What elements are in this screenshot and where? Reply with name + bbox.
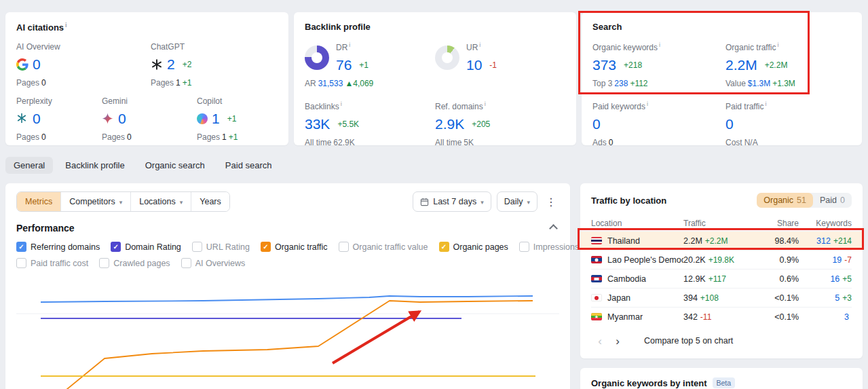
traffic-value[interactable]: 2.2M xyxy=(683,236,702,246)
info-icon xyxy=(647,100,648,107)
metric-checkbox-impressions[interactable]: Impressions xyxy=(519,242,579,252)
header-keywords: Keywords xyxy=(799,219,852,228)
info-icon xyxy=(777,41,778,48)
backlinks-label: Backlinks xyxy=(305,102,339,111)
pages-value[interactable]: 1 xyxy=(222,132,227,142)
ar-value[interactable]: 31,533 xyxy=(318,79,343,88)
metric-checkbox-url-rating[interactable]: URL Rating xyxy=(192,242,250,252)
pages-value[interactable]: 0 xyxy=(41,78,46,88)
gemini-stat: Gemini 0 Pages0 xyxy=(102,96,197,142)
ref-domains-value[interactable]: 2.9K xyxy=(435,116,464,132)
ur-value[interactable]: 10 xyxy=(466,57,482,73)
location-name[interactable]: Lao People's Democratic Reput xyxy=(607,255,683,265)
ai-overview-stat: AI Overview 0 Pages0 xyxy=(16,42,151,88)
location-name[interactable]: Cambodia xyxy=(607,274,646,284)
organic-toggle[interactable]: Organic51 xyxy=(757,193,813,208)
performance-chart[interactable] xyxy=(16,275,559,389)
table-row: Japan 394+108 <0.1% 5+3 xyxy=(591,288,852,307)
paid-keywords-value[interactable]: 0 xyxy=(592,116,601,132)
backlinks-value[interactable]: 33K xyxy=(305,116,330,132)
alltime-label: All time xyxy=(305,138,331,147)
more-options-button[interactable] xyxy=(543,191,559,212)
chart-toolbar: Metrics Competitors Locations Years Last… xyxy=(16,191,559,212)
organic-toggle-label: Organic xyxy=(763,196,793,205)
metric-checkbox-ai-overviews[interactable]: AI Overviews xyxy=(181,258,246,268)
metric-checkbox-domain-rating[interactable]: Domain Rating xyxy=(111,242,181,252)
organic-keywords-value[interactable]: 373 xyxy=(592,57,616,73)
keywords-value[interactable]: 5 xyxy=(835,293,839,303)
info-icon xyxy=(659,41,660,48)
ads-value: 0 xyxy=(609,138,614,147)
granularity-dropdown[interactable]: Daily xyxy=(497,191,537,212)
collapse-chevron-icon[interactable] xyxy=(549,224,558,233)
pages-value[interactable]: 0 xyxy=(127,132,132,142)
keywords-value[interactable]: 19 xyxy=(832,255,842,265)
location-name[interactable]: Japan xyxy=(607,293,630,303)
top3-label: Top 3 xyxy=(592,79,612,88)
pages-value[interactable]: 0 xyxy=(41,132,46,142)
competitors-dropdown[interactable]: Competitors xyxy=(61,192,131,211)
traffic-value[interactable]: 20.2K xyxy=(683,255,706,265)
traffic-value[interactable]: 342 xyxy=(683,312,698,322)
metric-label: Organic traffic xyxy=(275,242,328,252)
stat-value[interactable]: 0 xyxy=(118,111,126,127)
japan-flag-icon xyxy=(591,294,602,301)
organic-traffic-value[interactable]: 2.2M xyxy=(725,57,757,73)
info-icon xyxy=(341,100,342,107)
stat-value[interactable]: 0 xyxy=(33,111,41,127)
top3-value[interactable]: 238 xyxy=(614,79,628,88)
traffic-value[interactable]: 12.9K xyxy=(683,274,706,284)
date-range-dropdown[interactable]: Last 7 days xyxy=(413,191,491,212)
metric-checkbox-organic-traffic[interactable]: Organic traffic xyxy=(261,242,328,252)
keywords-change: +214 xyxy=(833,236,852,246)
ads-label: Ads xyxy=(592,138,607,147)
pages-change: +1 xyxy=(229,132,238,142)
metric-checkbox-organic-pages[interactable]: Organic pages xyxy=(439,242,508,252)
location-name[interactable]: Myanmar xyxy=(607,312,643,322)
tab-paid-search[interactable]: Paid search xyxy=(217,157,280,174)
dr-value[interactable]: 76 xyxy=(336,57,352,73)
stat-value[interactable]: 0 xyxy=(33,56,41,73)
performance-section-title: Performance xyxy=(16,223,75,234)
next-page-icon[interactable] xyxy=(609,332,626,350)
perplexity-icon xyxy=(16,113,29,125)
tab-backlink-profile[interactable]: Backlink profile xyxy=(57,157,132,174)
value-amount[interactable]: $1.3M xyxy=(748,79,770,88)
ar-label: AR xyxy=(305,79,316,88)
pages-change: +1 xyxy=(183,78,192,88)
tab-general[interactable]: General xyxy=(5,157,53,174)
stat-value[interactable]: 2 xyxy=(167,56,175,73)
traffic-change: -11 xyxy=(700,312,711,322)
traffic-value[interactable]: 394 xyxy=(683,293,698,303)
prev-page-icon[interactable] xyxy=(591,332,609,350)
paid-traffic-label: Paid traffic xyxy=(725,102,763,111)
perplexity-stat: Perplexity 0 Pages0 xyxy=(16,96,102,142)
tab-organic-search[interactable]: Organic search xyxy=(137,157,213,174)
cost-value: N/A xyxy=(744,138,758,147)
chatgpt-stat: ChatGPT 2 +2 Pages1+1 xyxy=(151,42,193,88)
compare-top5-link[interactable]: Compare top 5 on chart xyxy=(644,336,733,346)
organic-keywords-intent-card: Organic keywords by intent Beta xyxy=(580,368,863,389)
pages-value[interactable]: 1 xyxy=(176,78,181,88)
locations-dropdown[interactable]: Locations xyxy=(131,192,191,211)
keywords-value[interactable]: 312 xyxy=(816,236,831,246)
header-traffic: Traffic xyxy=(683,219,763,228)
stat-value[interactable]: 1 xyxy=(212,111,220,127)
paid-keywords-stat: Paid keywords 0 Ads0 xyxy=(592,100,725,147)
metric-checkbox-referring-domains[interactable]: Referring domains xyxy=(16,242,100,252)
ref-domains-stat: Ref. domains 2.9K+205 All time5K xyxy=(435,100,490,147)
metric-checkbox-paid-traffic-cost[interactable]: Paid traffic cost xyxy=(16,258,88,268)
paid-toggle[interactable]: Paid0 xyxy=(813,193,852,208)
keywords-value[interactable]: 16 xyxy=(830,274,839,284)
metric-checkbox-organic-traffic-value[interactable]: Organic traffic value xyxy=(339,242,428,252)
search-title: Search xyxy=(592,22,851,32)
alltime-value: 5K xyxy=(464,138,474,147)
metric-checkbox-crawled-pages[interactable]: Crawled pages xyxy=(99,258,170,268)
keywords-value[interactable]: 3 xyxy=(844,312,849,322)
checkbox-icon xyxy=(99,258,109,268)
location-name[interactable]: Thailand xyxy=(607,236,640,246)
years-button[interactable]: Years xyxy=(191,192,229,211)
copilot-stat: Copilot 1 +1 Pages1+1 xyxy=(197,96,240,142)
paid-traffic-value[interactable]: 0 xyxy=(725,116,734,132)
metrics-button[interactable]: Metrics xyxy=(17,192,61,211)
